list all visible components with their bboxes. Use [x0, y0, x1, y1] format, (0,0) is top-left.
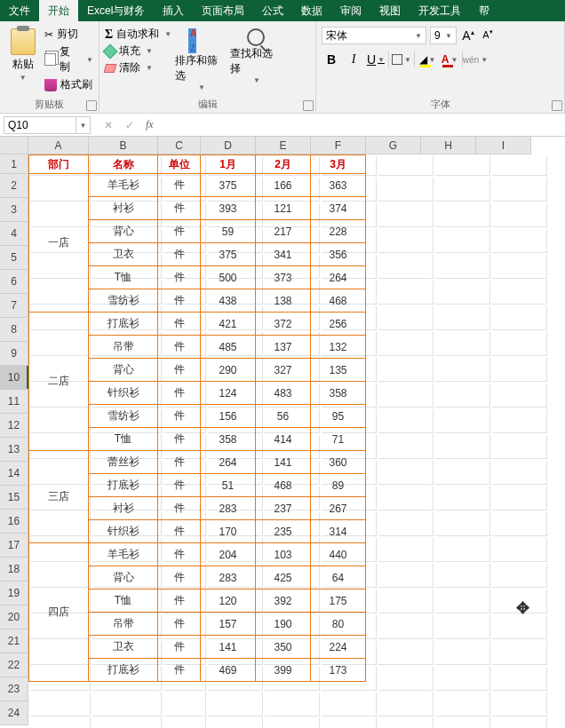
- data-cell[interactable]: 件: [158, 659, 201, 682]
- autosum-button[interactable]: Σ 自动求和 ▼: [105, 27, 171, 42]
- data-cell[interactable]: 51: [201, 474, 256, 497]
- data-cell[interactable]: 235: [256, 520, 311, 543]
- data-cell[interactable]: T恤: [89, 428, 158, 451]
- data-cell[interactable]: 卫衣: [89, 636, 158, 659]
- data-cell[interactable]: 件: [158, 543, 201, 566]
- data-cell[interactable]: 件: [158, 220, 201, 243]
- column-header[interactable]: C: [158, 137, 201, 154]
- formula-input[interactable]: [159, 116, 565, 134]
- data-cell[interactable]: 283: [201, 566, 256, 590]
- data-cell[interactable]: 雪纺衫: [89, 405, 158, 428]
- row-header[interactable]: 18: [0, 558, 28, 582]
- data-cell[interactable]: 264: [311, 266, 366, 289]
- data-cell[interactable]: 打底衫: [89, 313, 158, 336]
- table-header[interactable]: 单位: [158, 155, 201, 174]
- data-cell[interactable]: 件: [158, 336, 201, 359]
- data-cell[interactable]: 124: [201, 382, 256, 405]
- data-cell[interactable]: 件: [158, 497, 201, 520]
- cells-area[interactable]: 部门名称单位1月2月3月一店羊毛衫件375166363衬衫件393121374背…: [28, 154, 565, 725]
- menu-tab-4[interactable]: 页面布局: [193, 0, 253, 21]
- data-cell[interactable]: 蕾丝衫: [89, 451, 158, 474]
- dept-cell[interactable]: 二店: [29, 313, 89, 451]
- row-header[interactable]: 15: [0, 486, 28, 510]
- data-cell[interactable]: 件: [158, 197, 201, 220]
- data-cell[interactable]: 175: [311, 590, 366, 613]
- chevron-down-icon[interactable]: ▼: [164, 30, 171, 38]
- cancel-formula-button[interactable]: ✕: [98, 119, 119, 131]
- data-cell[interactable]: 170: [201, 520, 256, 543]
- data-cell[interactable]: 156: [201, 405, 256, 428]
- data-cell[interactable]: 件: [158, 174, 201, 197]
- data-cell[interactable]: 95: [311, 405, 366, 428]
- data-cell[interactable]: 414: [256, 428, 311, 451]
- row-header[interactable]: 22: [0, 653, 28, 677]
- data-cell[interactable]: 132: [311, 336, 366, 359]
- data-cell[interactable]: 71: [311, 428, 366, 451]
- data-cell[interactable]: 针织衫: [89, 520, 158, 543]
- data-cell[interactable]: 327: [256, 359, 311, 382]
- column-header[interactable]: E: [256, 137, 311, 154]
- menu-tab-9[interactable]: 开发工具: [410, 0, 470, 21]
- data-cell[interactable]: 141: [201, 636, 256, 659]
- chevron-down-icon[interactable]: ▼: [445, 32, 452, 40]
- data-cell[interactable]: 背心: [89, 566, 158, 590]
- row-header[interactable]: 12: [0, 414, 28, 438]
- menu-tab-6[interactable]: 数据: [292, 0, 331, 21]
- data-cell[interactable]: 针织衫: [89, 382, 158, 405]
- table-header[interactable]: 3月: [311, 155, 366, 174]
- table-header[interactable]: 2月: [256, 155, 311, 174]
- data-cell[interactable]: 356: [311, 243, 366, 266]
- font-color-button[interactable]: A▼: [440, 50, 459, 69]
- data-cell[interactable]: T恤: [89, 266, 158, 289]
- table-header[interactable]: 部门: [29, 155, 89, 174]
- row-header[interactable]: 3: [0, 198, 28, 222]
- data-cell[interactable]: 372: [256, 313, 311, 336]
- menu-tab-1[interactable]: 开始: [39, 0, 78, 21]
- data-cell[interactable]: 件: [158, 428, 201, 451]
- data-cell[interactable]: 件: [158, 289, 201, 313]
- chevron-down-icon[interactable]: ▼: [146, 64, 153, 72]
- data-cell[interactable]: 217: [256, 220, 311, 243]
- row-header[interactable]: 21: [0, 629, 28, 653]
- row-header[interactable]: 4: [0, 222, 28, 246]
- row-header[interactable]: 24: [0, 701, 28, 725]
- menu-tab-3[interactable]: 插入: [154, 0, 193, 21]
- data-cell[interactable]: 469: [201, 659, 256, 682]
- italic-button[interactable]: I: [344, 50, 363, 69]
- menu-tab-8[interactable]: 视图: [370, 0, 410, 21]
- data-cell[interactable]: 360: [311, 451, 366, 474]
- data-cell[interactable]: T恤: [89, 590, 158, 613]
- column-header[interactable]: B: [89, 137, 158, 154]
- data-cell[interactable]: 267: [311, 497, 366, 520]
- data-cell[interactable]: 背心: [89, 359, 158, 382]
- data-cell[interactable]: 374: [311, 197, 366, 220]
- data-cell[interactable]: 56: [256, 405, 311, 428]
- fill-button[interactable]: 填充 ▼: [105, 44, 171, 59]
- data-cell[interactable]: 237: [256, 497, 311, 520]
- underline-button[interactable]: U▼: [366, 50, 386, 69]
- data-cell[interactable]: 背心: [89, 220, 158, 243]
- data-cell[interactable]: 件: [158, 266, 201, 289]
- data-cell[interactable]: 件: [158, 613, 201, 636]
- phonetic-button[interactable]: wén▼: [466, 50, 485, 69]
- data-cell[interactable]: 173: [311, 659, 366, 682]
- data-cell[interactable]: 件: [158, 590, 201, 613]
- copy-button[interactable]: 复制 ▼: [44, 44, 93, 75]
- row-header[interactable]: 6: [0, 270, 28, 294]
- data-cell[interactable]: 264: [201, 451, 256, 474]
- row-header[interactable]: 17: [0, 534, 28, 558]
- column-header[interactable]: H: [421, 137, 476, 154]
- data-cell[interactable]: 打底衫: [89, 474, 158, 497]
- data-cell[interactable]: 283: [201, 497, 256, 520]
- row-header[interactable]: 2: [0, 174, 28, 198]
- column-header[interactable]: D: [201, 137, 256, 154]
- data-cell[interactable]: 485: [201, 336, 256, 359]
- data-cell[interactable]: 399: [256, 659, 311, 682]
- table-header[interactable]: 1月: [201, 155, 256, 174]
- data-cell[interactable]: 228: [311, 220, 366, 243]
- column-header[interactable]: F: [311, 137, 366, 154]
- dept-cell[interactable]: 一店: [29, 174, 89, 313]
- chevron-down-icon[interactable]: ▼: [415, 32, 422, 40]
- data-cell[interactable]: 吊带: [89, 336, 158, 359]
- data-cell[interactable]: 468: [311, 289, 366, 313]
